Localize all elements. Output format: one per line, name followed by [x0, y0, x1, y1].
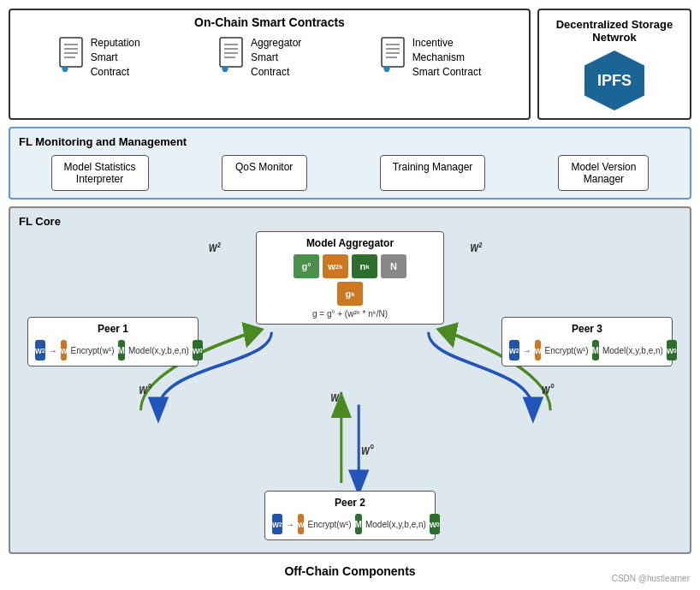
monitoring-components: Model StatisticsInterpreter QoS Monitor …: [19, 155, 681, 191]
peer3-title: Peer 3: [509, 323, 665, 335]
aggregator-title: Model Aggregator: [264, 237, 436, 249]
decentralized-storage-box: Decentralized Storage Netwrok IPFS: [537, 9, 691, 120]
peer1-title: Peer 1: [35, 323, 191, 335]
peer1-w0-tag: w0: [193, 340, 203, 361]
reputation-contract-text: ReputationSmartContract: [91, 36, 140, 79]
aggregator-formula: g = g° + (w²ᵏ * nᵏ/N): [264, 309, 436, 319]
peer1-content: w2 → w Encrypt(w¹) M Model(x,y,b,e,n) w0: [35, 340, 191, 361]
peer3-w2-tag: w2: [509, 340, 519, 361]
param-g0: g°: [294, 254, 319, 278]
peer3-w0-tag: w0: [667, 340, 677, 361]
peer2-model-tag: M: [355, 514, 362, 534]
svg-rect-0: [60, 38, 82, 67]
reputation-contract-icon: [58, 36, 86, 72]
fl-core-content: w² w° w² w° w²: [19, 231, 681, 545]
peer1-model-label: Model(x,y,b,e,n): [128, 346, 189, 355]
svg-text:w²: w²: [209, 239, 221, 254]
aggregator-contract-icon: [218, 36, 246, 72]
peer1-w-encrypt: w: [61, 340, 68, 361]
footer-label: Off-Chain Components: [9, 561, 691, 581]
peer3-content: w2 → w Encrypt(w¹) M Model(x,y,b,e,n) w0: [509, 340, 665, 361]
peer3-model-label: Model(x,y,b,e,n): [602, 346, 663, 355]
peer2-model-label: Model(x,y,b,e,n): [365, 520, 426, 529]
aggregator-result: gk: [264, 282, 436, 306]
aggregator-params: g° w2k nk N: [264, 254, 436, 278]
peer3-box: Peer 3 w2 → w Encrypt(w¹) M Model(x,y,b,…: [501, 317, 673, 367]
model-version-component: Model VersionManager: [558, 155, 649, 191]
reputation-contract-item: ReputationSmartContract: [58, 36, 140, 79]
peer2-w2-tag: w2: [272, 514, 282, 534]
param-N: N: [381, 254, 406, 278]
param-w2k: w2k: [323, 254, 348, 278]
param-gk: gk: [337, 282, 363, 306]
svg-text:w²: w²: [471, 239, 483, 254]
peer2-encrypt-label: Encrypt(w¹): [307, 520, 351, 529]
param-nk: nk: [352, 254, 377, 278]
ipfs-logo: IPFS: [584, 51, 644, 110]
peer1-encrypt-label: Encrypt(w¹): [70, 346, 114, 355]
peer3-encrypt-label: Encrypt(w¹): [544, 346, 588, 355]
incentive-contract-item: IncentiveMechanismSmart Contract: [380, 36, 482, 79]
model-aggregator-box: Model Aggregator g° w2k nk N gk g = g° +…: [256, 231, 444, 325]
peer2-w0-tag: w0: [430, 514, 440, 534]
aggregator-contract-text: AggregatorSmartContract: [251, 36, 301, 79]
main-container: On-Chain Smart Contracts ReputationSmart…: [0, 0, 700, 590]
svg-rect-6: [220, 38, 242, 67]
peer1-arrow-right: →: [49, 346, 57, 355]
peer2-arrow-right: →: [286, 520, 294, 529]
on-chain-box: On-Chain Smart Contracts ReputationSmart…: [9, 9, 531, 120]
peer1-w2-tag: w2: [35, 340, 45, 361]
peer2-w-encrypt: w: [298, 514, 305, 534]
on-chain-contracts: ReputationSmartContract AggregatorSmar: [19, 36, 520, 79]
svg-text:w°: w°: [139, 381, 152, 396]
peer3-model-tag: M: [592, 340, 599, 361]
svg-text:w°: w°: [361, 443, 374, 458]
decentralized-title: Decentralized Storage Netwrok: [548, 18, 681, 44]
peer1-model-tag: M: [118, 340, 125, 361]
incentive-contract-text: IncentiveMechanismSmart Contract: [412, 36, 482, 79]
peer3-arrow-right: →: [523, 346, 531, 355]
svg-text:w°: w°: [542, 381, 555, 396]
fl-monitoring-title: FL Monitoring and Management: [19, 135, 681, 148]
peer1-box: Peer 1 w2 → w Encrypt(w¹) M Model(x,y,b,…: [27, 317, 199, 367]
aggregator-contract-item: AggregatorSmartContract: [218, 36, 301, 79]
peer2-box: Peer 2 w2 → w Encrypt(w¹) M Model(x,y,b,…: [264, 491, 436, 540]
on-chain-title: On-Chain Smart Contracts: [19, 15, 520, 29]
peer2-content: w2 → w Encrypt(w¹) M Model(x,y,b,e,n) w0: [272, 514, 428, 534]
fl-monitoring-box: FL Monitoring and Management Model Stati…: [9, 127, 691, 200]
top-section: On-Chain Smart Contracts ReputationSmart…: [9, 9, 691, 120]
peer2-title: Peer 2: [272, 497, 428, 509]
watermark: CSDN @hustlearner: [612, 574, 690, 583]
training-manager-component: Training Manager: [380, 155, 486, 191]
qos-monitor-component: QoS Monitor: [222, 155, 307, 191]
fl-core-box: FL Core w² w° w² w°: [9, 206, 691, 554]
svg-text:w²: w²: [331, 389, 343, 404]
model-statistics-component: Model StatisticsInterpreter: [51, 155, 149, 191]
incentive-contract-icon: [380, 36, 407, 72]
peer3-w-encrypt: w: [535, 340, 542, 361]
fl-core-title: FL Core: [19, 215, 681, 228]
svg-rect-12: [382, 38, 404, 67]
